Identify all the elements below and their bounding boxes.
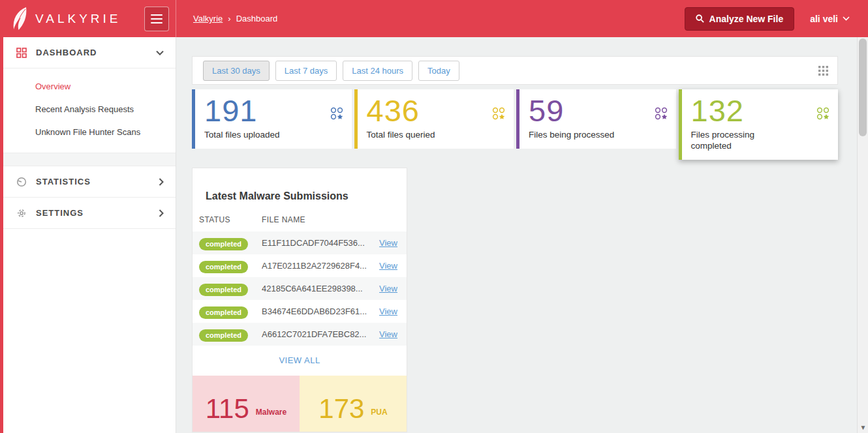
filter-today[interactable]: Today [418,61,459,81]
pua-label: PUA [371,408,387,421]
stat-label: Files being processed [529,130,633,141]
malware-label: Malware [256,408,287,421]
table-row: completed B34674E6DDAB6D23F61... View [193,300,407,323]
view-link[interactable]: View [379,284,397,293]
breadcrumb: Valkyrie › Dashboard [193,14,277,23]
sidebar-group-settings[interactable]: SETTINGS [3,198,176,229]
sidebar-group-label-statistics: STATISTICS [36,177,91,187]
sidebar-group-dashboard[interactable]: DASHBOARD [3,37,176,68]
search-icon [696,14,704,23]
filter-last-30-days[interactable]: Last 30 days [203,61,270,81]
file-name: 42185C6A641EE298398... [262,284,363,293]
view-link[interactable]: View [379,238,397,248]
file-name: A6612C7021DFA7EBC82... [262,329,366,339]
stat-value: 132 [691,95,829,127]
user-name: ali veli [810,14,838,24]
main-content: Last 30 days Last 7 days Last 24 hours T… [176,37,857,433]
valkyrie-logo-icon [10,7,30,31]
view-all-link[interactable]: VIEW ALL [193,346,407,376]
filter-last-24-hours[interactable]: Last 24 hours [343,61,412,81]
table-row: completed 42185C6A641EE298398... View [193,277,407,300]
table-row: completed A17E0211B2A2729628F4... View [193,254,407,277]
breadcrumb-current: Dashboard [236,14,278,23]
statistics-icon [16,177,27,187]
column-header-status: STATUS [199,215,262,224]
brand-area: VALKYRIE [0,0,176,37]
malware-count: 115 [206,396,249,421]
widget-grid-icon[interactable] [818,66,828,76]
date-filter-bar: Last 30 days Last 7 days Last 24 hours T… [192,56,838,85]
sidebar-item-overview[interactable]: Overview [3,75,176,98]
file-name: A17E0211B2A2729628F4... [262,261,367,271]
breadcrumb-separator: › [228,14,230,23]
sidebar: DASHBOARD Overview Recent Analysis Reque… [0,37,176,433]
analyze-button-label: Analyze New File [709,14,784,24]
header-right: Analyze New File ali veli [685,7,868,31]
file-name: B34674E6DDAB6D23F61... [262,306,367,316]
status-badge: completed [199,284,248,296]
submissions-title: Latest Malware Submissions [206,190,407,202]
submissions-table-body: completed E11F11DCADF7044F536... View co… [193,231,407,346]
circles-grid-icon [654,106,668,121]
sidebar-group-label-dashboard: DASHBOARD [36,48,97,57]
dashboard-grid-icon [16,48,27,58]
pua-summary-box[interactable]: 173 PUA [300,376,407,432]
stat-value: 59 [529,95,667,127]
chevron-down-icon [843,16,850,21]
chevron-right-icon [159,209,164,217]
user-menu[interactable]: ali veli [810,14,850,24]
stat-card-files-being-processed[interactable]: 59 Files being processed [516,89,676,149]
status-badge: completed [199,238,248,250]
sidebar-group-statistics[interactable]: STATISTICS [3,166,176,198]
stat-label: Total files queried [367,130,471,141]
column-header-file-name: FILE NAME [262,215,305,224]
circles-grid-icon [816,106,830,121]
sidebar-item-unknown-file-hunter-scans[interactable]: Unknown File Hunter Scans [3,121,176,143]
scrollbar-thumb[interactable] [859,38,867,136]
view-link[interactable]: View [379,329,397,339]
malware-summary-box[interactable]: 115 Malware [193,376,300,432]
sidebar-spacer [3,153,176,166]
chevron-down-icon [156,50,164,55]
table-row: completed E11F11DCADF7044F536... View [193,231,407,254]
brand-title: VALKYRIE [35,12,121,26]
stat-value: 436 [367,95,505,127]
gear-icon [16,208,27,218]
stats-row: 191 Total files uploaded 436 Total files… [192,89,838,160]
stat-label: Files processing completed [691,130,796,152]
summary-row: 115 Malware 173 PUA [193,376,407,432]
sidebar-item-recent-analysis-requests[interactable]: Recent Analysis Requests [3,98,176,121]
filter-last-7-days[interactable]: Last 7 days [275,61,337,81]
file-name: E11F11DCADF7044F536... [262,238,365,248]
breadcrumb-root-link[interactable]: Valkyrie [193,14,223,23]
status-badge: completed [199,329,248,342]
analyze-new-file-button[interactable]: Analyze New File [685,7,795,31]
scrollbar-down-arrow[interactable]: ▼ [858,422,868,433]
stat-card-total-files-uploaded[interactable]: 191 Total files uploaded [192,89,352,149]
circles-grid-icon [330,106,344,121]
status-badge: completed [199,261,248,273]
scrollbar[interactable]: ▼ [857,37,868,433]
view-link[interactable]: View [379,306,397,316]
status-badge: completed [199,306,248,319]
stat-card-total-files-queried[interactable]: 436 Total files queried [354,89,514,149]
pua-count: 173 [318,396,364,421]
sidebar-group-label-settings: SETTINGS [36,208,84,218]
sidebar-dashboard-items: Overview Recent Analysis Requests Unknow… [3,68,176,153]
circles-grid-icon [491,106,506,121]
view-link[interactable]: View [379,261,397,271]
stat-value: 191 [204,95,343,127]
stat-label: Total files uploaded [204,130,309,141]
stat-card-files-processing-completed[interactable]: 132 Files processing completed [679,89,839,160]
table-row: completed A6612C7021DFA7EBC82... View [193,323,407,346]
brand-logo[interactable]: VALKYRIE [10,7,121,31]
chevron-right-icon [159,178,164,186]
top-header: VALKYRIE Valkyrie › Dashboard Analyze Ne… [0,0,868,37]
submissions-table-header: STATUS FILE NAME [193,215,407,231]
hamburger-menu-icon[interactable] [144,7,169,31]
latest-malware-submissions-card: Latest Malware Submissions STATUS FILE N… [192,168,407,432]
